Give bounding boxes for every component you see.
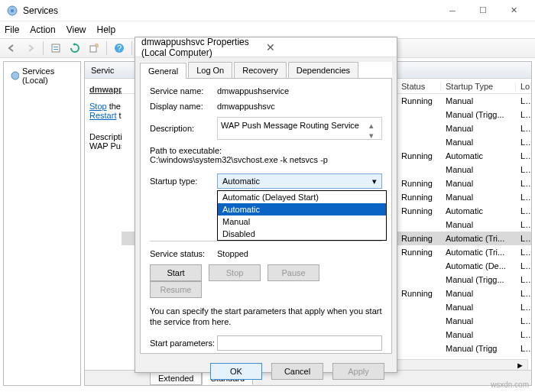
resume-button[interactable]: Resume — [150, 281, 202, 298]
dialog-tabs: General Log On Recovery Dependencies — [140, 62, 392, 79]
display-name-label: Display name: — [150, 102, 217, 111]
col-status[interactable]: Status — [397, 82, 441, 91]
forward-button[interactable] — [22, 40, 39, 57]
back-button[interactable] — [3, 40, 20, 57]
dialog-close-button[interactable]: ✕ — [266, 41, 391, 53]
startup-type-combo[interactable]: Automatic ▾ — [217, 173, 382, 189]
startup-type-dropdown: Automatic (Delayed Start) Automatic Manu… — [217, 190, 387, 241]
properties-dialog: dmwappushsvc Properties (Local Computer)… — [135, 37, 397, 373]
path-label: Path to executable: — [150, 146, 382, 155]
tab-dependencies[interactable]: Dependencies — [288, 62, 358, 78]
svg-rect-3 — [54, 47, 58, 47]
dd-delayed[interactable]: Automatic (Delayed Start) — [218, 191, 386, 203]
services-local-node[interactable]: Services (Local) — [7, 65, 77, 86]
tab-recovery[interactable]: Recovery — [234, 62, 286, 78]
svg-rect-5 — [90, 46, 96, 52]
services-icon — [6, 5, 18, 17]
svg-point-1 — [11, 9, 14, 12]
scroll-up-icon[interactable]: ▴ — [369, 121, 378, 131]
restart-link[interactable]: Restart — [89, 111, 116, 120]
cancel-button[interactable]: Cancel — [271, 363, 323, 380]
titlebar: Services ─ ☐ ✕ — [0, 0, 535, 21]
path-value: C:\windows\system32\svchost.exe -k netsv… — [150, 155, 382, 164]
stop-link[interactable]: Stop — [89, 102, 107, 111]
services-local-label: Services (Local) — [22, 66, 74, 85]
stop-button[interactable]: Stop — [209, 264, 261, 281]
service-name-value: dmwappushservice — [217, 86, 289, 96]
start-params-label: Start parameters: — [150, 339, 217, 348]
menubar: File Action View Help — [0, 21, 535, 38]
start-params-hint: You can specify the start parameters tha… — [150, 306, 382, 328]
maximize-button[interactable]: ☐ — [468, 0, 498, 21]
service-name-label: Service name: — [150, 86, 217, 96]
ok-button[interactable]: OK — [210, 363, 262, 380]
watermark: wsxdn.com — [491, 381, 529, 389]
service-status-value: Stopped — [217, 249, 248, 258]
scroll-down-icon[interactable]: ▾ — [369, 131, 378, 141]
dd-manual[interactable]: Manual — [218, 215, 386, 228]
help-button[interactable]: ? — [111, 40, 128, 57]
minimize-button[interactable]: ─ — [437, 0, 468, 21]
description-column: dmwappusl Stop the ser Restart the s Des… — [85, 79, 122, 370]
dialog-title: dmwappushsvc Properties (Local Computer) — [141, 37, 266, 58]
window-title: Services — [23, 5, 437, 16]
tab-general[interactable]: General — [140, 63, 186, 79]
menu-help[interactable]: Help — [97, 24, 116, 35]
left-panel: Services (Local) — [3, 61, 81, 386]
svg-point-12 — [11, 72, 19, 79]
display-name-value: dmwappushsvc — [217, 102, 275, 111]
refresh-button[interactable] — [66, 40, 83, 57]
tab-logon[interactable]: Log On — [188, 62, 232, 78]
desc-label: Description: — [89, 132, 122, 141]
svg-rect-2 — [52, 44, 60, 52]
col-logon[interactable]: Lo — [516, 82, 531, 91]
description-label: Description: — [150, 124, 217, 133]
close-button[interactable]: ✕ — [498, 0, 529, 21]
dd-automatic[interactable]: Automatic — [218, 203, 386, 215]
menu-file[interactable]: File — [5, 24, 19, 35]
svg-rect-4 — [54, 49, 58, 50]
col-startup[interactable]: Startup Type — [441, 82, 516, 91]
selected-service-name: dmwappusl — [89, 85, 122, 94]
dd-disabled[interactable]: Disabled — [218, 228, 386, 240]
dialog-titlebar: dmwappushsvc Properties (Local Computer)… — [135, 37, 397, 57]
menu-action[interactable]: Action — [30, 24, 55, 35]
apply-button[interactable]: Apply — [332, 363, 384, 380]
export-button[interactable] — [86, 40, 102, 57]
desc-text: WAP Push M — [89, 141, 122, 151]
description-box: WAP Push Message Routing Service ▴▾ — [217, 117, 382, 140]
svg-text:?: ? — [117, 44, 122, 53]
startup-type-label: Startup type: — [150, 177, 217, 186]
menu-view[interactable]: View — [66, 24, 86, 35]
toolbar-icon[interactable] — [47, 40, 64, 57]
service-status-label: Service status: — [150, 249, 217, 258]
pause-svc-button[interactable]: Pause — [268, 264, 319, 281]
chevron-down-icon: ▾ — [372, 177, 377, 186]
start-button[interactable]: Start — [150, 264, 202, 281]
start-params-input[interactable] — [217, 335, 382, 351]
